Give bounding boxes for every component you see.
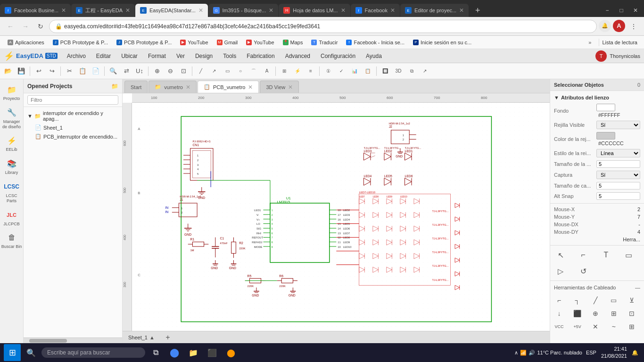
captura-select[interactable]: Sí No [596, 171, 640, 179]
sidebar-manager[interactable]: 🔧 Manager de diseño [1, 104, 23, 132]
filter-input[interactable] [27, 95, 118, 105]
browser-tab-2[interactable]: E 工程 - EasyEDA ✕ [71, 4, 135, 17]
paste-tool[interactable]: 📄 [90, 65, 102, 77]
menu-ubicar[interactable]: Ubicar [116, 51, 142, 61]
sidebar-search-bin[interactable]: 🗑 Buscar Bin [1, 229, 23, 251]
tab-close-6[interactable]: ✕ [390, 7, 395, 14]
wiring-tool-3[interactable]: ╱ [588, 294, 603, 306]
notifications-button[interactable]: 🔔 [630, 350, 640, 356]
wiring-tool-5[interactable]: ⊻ [625, 294, 639, 306]
sidebar-eelib[interactable]: ⚡ EELib [1, 132, 23, 154]
chrome-taskbar-icon[interactable]: ⬤ [166, 344, 183, 361]
sidebar-library[interactable]: 📚 Library [1, 155, 23, 177]
minimize-button[interactable]: − [601, 4, 614, 17]
find-replace-tool[interactable]: ⇄ [120, 65, 132, 77]
menu-fabrication[interactable]: Fabrication [242, 51, 279, 61]
close-window-button[interactable]: ✕ [629, 4, 642, 17]
menu-archivo[interactable]: Archivo [62, 51, 91, 61]
tamano-ca-input[interactable] [596, 182, 640, 189]
menu-tools[interactable]: Tools [218, 51, 241, 61]
browser-tab-5[interactable]: H Hoja de datos LM... ✕ [279, 4, 350, 17]
canvas-tab-start[interactable]: Start [124, 81, 148, 93]
tree-folder-1[interactable]: ▼ 📁 interruptor de encendido y apag... [24, 109, 122, 123]
open-file-tool[interactable]: 📂 [2, 65, 14, 77]
zoom-out-tool[interactable]: ⊖ [164, 65, 176, 77]
color-swatch-rej[interactable] [596, 132, 615, 140]
extension-icon-1[interactable]: 🔔 [599, 20, 611, 32]
menu-advanced[interactable]: Advanced [281, 51, 315, 61]
projects-header-icon[interactable]: 📁 [111, 83, 118, 90]
sheet-up-icon[interactable]: ▲ [149, 335, 155, 340]
browser-tab-1[interactable]: f Facebook Busine... ✕ [0, 4, 71, 17]
estilo-rej-select[interactable]: Línea Punto [596, 149, 640, 157]
wiring-tool-8[interactable]: ⊕ [588, 307, 603, 320]
redo-tool[interactable]: ↪ [46, 65, 58, 77]
schematic-drawing[interactable]: CN1 PJ-3062-HD-G 1 2 3 4 5 [132, 103, 550, 331]
copy-tool[interactable]: 📋 [76, 65, 89, 77]
tool-wire[interactable]: ⌐ [575, 247, 592, 263]
arrow-tool[interactable]: ↗ [208, 65, 220, 77]
wiring-vcc[interactable]: VCC [552, 321, 566, 333]
tool-rect-draw[interactable]: ▭ [620, 247, 637, 263]
bookmark-maps[interactable]: 📍 Maps [279, 39, 307, 46]
tab-close-2[interactable]: ✕ [125, 7, 130, 14]
browser-tab-6[interactable]: f Facebook ✕ [351, 4, 400, 17]
canvas-tab-close-vumetro[interactable]: ✕ [186, 84, 190, 90]
layer-tool[interactable]: ⧉ [405, 65, 418, 77]
network-icon[interactable]: 📶 [520, 350, 527, 356]
search-taskbar-icon[interactable]: 🔍 [23, 344, 40, 361]
wiring-tool-6[interactable]: ↓ [552, 307, 566, 320]
tamano-rej-input[interactable] [596, 160, 640, 168]
pcb-tool[interactable]: 🔲 [379, 65, 391, 77]
tab-close-7[interactable]: ✕ [459, 7, 464, 14]
wiring-net[interactable]: ~ [607, 321, 621, 333]
back-button[interactable]: ← [4, 20, 17, 33]
unit-tool[interactable]: U↕ [133, 65, 146, 77]
browser-tab-3[interactable]: E EasyEDA(Standar... ✕ [135, 4, 208, 17]
wiring-tool-7[interactable]: ⬛ [570, 307, 585, 320]
bookmark-translate[interactable]: T Traducir [307, 39, 341, 46]
net-tool[interactable]: ≡ [305, 65, 317, 77]
search-tool[interactable]: 🔍 [107, 65, 119, 77]
zoom-fit-tool[interactable]: ⊡ [177, 65, 190, 77]
netlist-tool[interactable]: 📊 [348, 65, 361, 77]
volume-icon[interactable]: 🔊 [528, 350, 535, 356]
menu-ayuda[interactable]: Ayuda [361, 51, 387, 61]
tray-arrow-icon[interactable]: ∧ [514, 350, 518, 356]
rejilla-visible-select[interactable]: Sí No [596, 121, 640, 129]
wiring-tool-9[interactable]: ⊞ [607, 307, 621, 320]
zoom-in-tool[interactable]: ⊕ [151, 65, 163, 77]
tool-select[interactable]: ↖ [552, 247, 569, 263]
canvas-tab-pcb[interactable]: 📋 PCB_vumetro ✕ [198, 81, 259, 93]
component-tool[interactable]: ⊞ [278, 65, 290, 77]
wiring-header[interactable]: Herramientas de Cableado — [550, 283, 644, 292]
tab-close-4[interactable]: ✕ [269, 7, 273, 14]
bookmark-youtube-2[interactable]: ▶ YouTube [242, 39, 278, 46]
taskbar-search-input[interactable] [41, 347, 145, 358]
bom-tool[interactable]: 📋 [362, 65, 374, 77]
url-input[interactable]: 🔒 easyeda.com/editor#id=43feb91c16494ea9… [49, 20, 597, 33]
browser-tab-4[interactable]: G lm3915 - Búsque... ✕ [208, 4, 278, 17]
browser-tab-7[interactable]: E Editor de proyec... ✕ [400, 4, 469, 17]
canvas-tab-vumetro[interactable]: 📁 vumetro ✕ [149, 81, 197, 93]
start-button[interactable]: ⊞ [4, 344, 21, 361]
undo-tool[interactable]: ↩ [33, 65, 45, 77]
sidebar-project[interactable]: 📁 Proyecto [1, 81, 23, 103]
sidebar-jlcpcb[interactable]: JLC JLCPCB [1, 206, 23, 229]
save-tool[interactable]: 💾 [15, 65, 27, 77]
wiring-tool-2[interactable]: ┐ [570, 294, 585, 306]
panel-scrollbar[interactable] [24, 337, 122, 343]
bookmark-pcb-2[interactable]: J PCB Prototype & P... [113, 39, 175, 46]
wiring-tool-4[interactable]: ▭ [607, 294, 621, 306]
reload-button[interactable]: ↻ [34, 20, 47, 33]
scroll-thumb[interactable] [29, 339, 67, 343]
tab-close-5[interactable]: ✕ [341, 7, 346, 14]
share-tool[interactable]: ↗ [419, 65, 431, 77]
power-tool[interactable]: ⚡ [291, 65, 304, 77]
language-indicator[interactable]: ESP [584, 350, 598, 355]
settings-button[interactable]: ⋮ [627, 20, 640, 33]
menu-ver[interactable]: Ver [172, 51, 190, 61]
maximize-button[interactable]: □ [615, 4, 628, 17]
tab-close-1[interactable]: ✕ [61, 7, 66, 14]
reading-list-button[interactable]: Lista de lectura [599, 39, 640, 46]
